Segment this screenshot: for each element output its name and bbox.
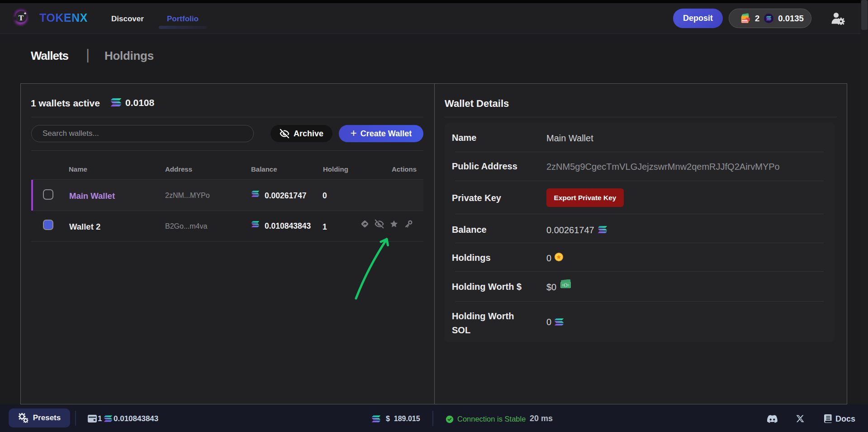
svg-text:$: $ [564, 283, 567, 287]
svg-text:T: T [19, 14, 24, 22]
